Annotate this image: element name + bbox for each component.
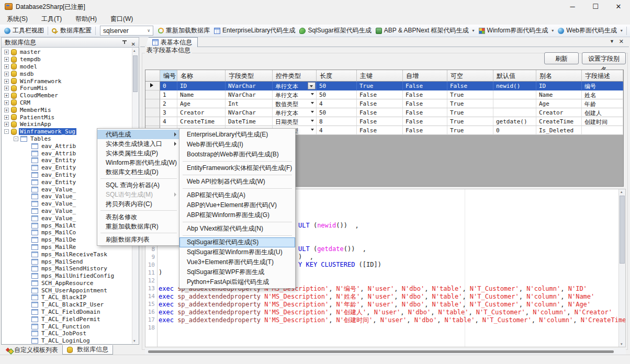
grid-row[interactable]: 4CreateTimeDateTime日期类型8FalseFalseTruege… <box>145 117 623 126</box>
tree-expander[interactable]: + <box>4 115 9 120</box>
context-menu-item[interactable]: 代码生成 <box>97 130 180 139</box>
tree-item[interactable]: +CRM <box>2 99 132 107</box>
tree-item[interactable]: +MemberMis <box>2 106 132 113</box>
toolbar-button[interactable]: Web界面代码生成▾ <box>556 25 624 37</box>
grid-row[interactable]: 0IDNVarChar单行文本50TrueFalseFalsenewid()ID… <box>145 82 623 90</box>
grid-cell[interactable]: 创建人 <box>582 108 623 117</box>
grid-header-cell[interactable]: 字段描述 <box>582 70 623 82</box>
grid-cell[interactable]: 0 <box>493 126 536 135</box>
grid-cell[interactable] <box>493 108 536 117</box>
grid-cell[interactable]: Name <box>177 90 226 99</box>
grid-cell[interactable]: 50 <box>317 82 357 90</box>
tree-expander[interactable]: + <box>4 57 9 62</box>
panel-tab[interactable]: 数据库信息 <box>62 345 113 355</box>
row-selector[interactable] <box>145 90 160 99</box>
grid-row[interactable]: 1NameNVarChar单行文本50FalseFalseTrueName姓名 <box>145 90 623 99</box>
grid-cell[interactable]: ID <box>177 82 226 90</box>
editor-vscrollbar-thumb[interactable] <box>620 196 625 264</box>
tree-item[interactable]: +PatientMis <box>2 113 132 121</box>
grid-cell[interactable]: 8 <box>317 117 357 126</box>
grid-cell[interactable]: False <box>357 117 403 126</box>
row-selector[interactable] <box>145 99 160 108</box>
tab-list-button[interactable]: ▼ <box>610 39 614 44</box>
tree-item[interactable]: mps_MailSend <box>2 258 132 265</box>
submenu-item[interactable]: Python+FastApi后端代码生成 <box>179 277 295 287</box>
grid-header-cell[interactable]: 长度 <box>317 70 357 82</box>
context-menu-item[interactable]: 实体类属性生成(P) <box>97 149 180 158</box>
toolbar-button[interactable]: Winform界面代码生成▾ <box>477 25 556 37</box>
grid-cell[interactable]: False <box>403 108 447 117</box>
submenu-item[interactable]: SqlSugar框架代码生成(S) <box>179 237 295 247</box>
grid-cell[interactable]: True <box>447 99 493 108</box>
grid-row[interactable]: 3CreatorNVarChar单行文本50FalseFalseTrueCrea… <box>145 108 623 117</box>
tree-item[interactable]: mps_MailUnifiedConfig <box>2 272 132 280</box>
tree-item[interactable]: T_ACL_FieldDomain <box>2 309 132 316</box>
menubar-item[interactable]: 工具(T) <box>35 14 69 25</box>
pin-icon[interactable] <box>122 40 127 46</box>
grid-cell[interactable]: DateTime <box>226 117 273 126</box>
grid-cell[interactable]: NVarChar <box>226 90 273 99</box>
grid-row[interactable]: 2AgeInt数值类型4FalseFalseTrueAge年龄 <box>145 99 623 108</box>
tree-item[interactable]: T_ACL_JobPost <box>2 330 132 337</box>
grid-cell[interactable]: ID <box>536 82 582 90</box>
menubar-item[interactable]: 帮助(H) <box>69 14 104 25</box>
grid-cell[interactable]: 编号 <box>582 82 623 90</box>
set-alias-button[interactable]: 设置字段别名 <box>582 52 626 64</box>
tree-item[interactable]: T_ACL_FieldPermit <box>2 315 132 323</box>
submenu-item[interactable]: Web API控制器代码生成(W) <box>179 177 295 187</box>
panel-tab[interactable]: 自定义模板列表 <box>2 345 62 355</box>
row-selector[interactable] <box>145 108 160 117</box>
grid-header-cell[interactable]: 字段类型 <box>226 70 273 82</box>
grid-cell[interactable]: False <box>403 126 447 135</box>
grid-header-cell[interactable]: 控件类型 <box>273 70 317 82</box>
grid-cell[interactable]: CreateTime <box>177 117 226 126</box>
refresh-button[interactable]: 刷新 <box>544 52 579 64</box>
tree-item[interactable]: +ForumMis <box>2 85 132 92</box>
submenu-item[interactable]: SqlSugar框架Winform界面生成(U) <box>179 247 295 257</box>
tree-expander[interactable]: + <box>4 93 9 98</box>
tree-expander[interactable]: + <box>4 72 9 76</box>
grid-cell[interactable]: False <box>357 90 403 99</box>
tree-item[interactable]: +master <box>2 49 132 56</box>
context-menu-item[interactable]: 实体类生成快速入口 <box>97 139 180 149</box>
grid-cell[interactable]: Int <box>226 99 273 108</box>
grid-header-cell[interactable]: 默认值 <box>493 70 536 82</box>
tree-expander[interactable]: - <box>14 136 18 141</box>
row-selector[interactable] <box>145 82 160 90</box>
tree-item[interactable]: +CloudMember <box>2 92 132 99</box>
submenu-item[interactable]: ABP的Vue+Element界面代码(V) <box>179 200 295 210</box>
grid-cell[interactable]: 4 <box>317 126 357 135</box>
tree-scrollbar-thumb[interactable] <box>133 55 138 92</box>
grid-cell[interactable] <box>582 126 623 135</box>
row-selector[interactable] <box>145 117 160 126</box>
grid-cell[interactable]: 单行文本 <box>273 82 317 90</box>
grid-header-cell[interactable] <box>145 70 160 82</box>
submenu-item[interactable]: SqlSugar框架WPF界面生成 <box>179 267 295 277</box>
submenu-item[interactable]: EntityFramework实体框架代码生成(F) <box>179 163 295 173</box>
submenu-item[interactable]: EnterpriseLibrary代码生成(E) <box>179 130 295 140</box>
grid-cell[interactable]: 数值类型 <box>273 99 317 108</box>
grid-header-cell[interactable]: 可空 <box>447 70 493 82</box>
tree-item[interactable]: +msdb <box>2 70 132 77</box>
grid-cell[interactable]: True <box>447 108 493 117</box>
maximize-button[interactable]: ☐ <box>584 0 607 14</box>
tree-item[interactable]: T_ACL_Function <box>2 323 132 330</box>
tree-expander[interactable]: + <box>4 64 9 69</box>
tree-item[interactable]: T_ACL_LoginLog <box>2 337 132 345</box>
grid-cell[interactable]: Name <box>536 90 582 99</box>
submenu-item[interactable]: ABP框架Winform界面生成(G) <box>179 210 295 220</box>
grid-cell[interactable]: False <box>357 126 403 135</box>
combo-dropdown[interactable] <box>311 93 314 95</box>
grid-cell[interactable]: 4 <box>160 117 177 126</box>
grid-cell[interactable]: 单行文本 <box>273 90 317 99</box>
grid-cell[interactable]: 0 <box>160 82 177 90</box>
close-button[interactable]: ✕ <box>607 0 630 14</box>
menubar-item[interactable]: 系统(S) <box>0 14 35 25</box>
combo-dropdown[interactable] <box>308 82 316 89</box>
grid-cell[interactable]: NVarChar <box>226 82 273 90</box>
grid-header-cell[interactable]: 编号 <box>160 70 177 82</box>
grid-cell[interactable]: Creator <box>177 108 226 117</box>
grid-header-cell[interactable]: 自增 <box>403 70 447 82</box>
grid-cell[interactable]: getdate() <box>493 117 536 126</box>
toolbar-button[interactable]: SqlSugar框架代码生成 <box>297 25 373 37</box>
